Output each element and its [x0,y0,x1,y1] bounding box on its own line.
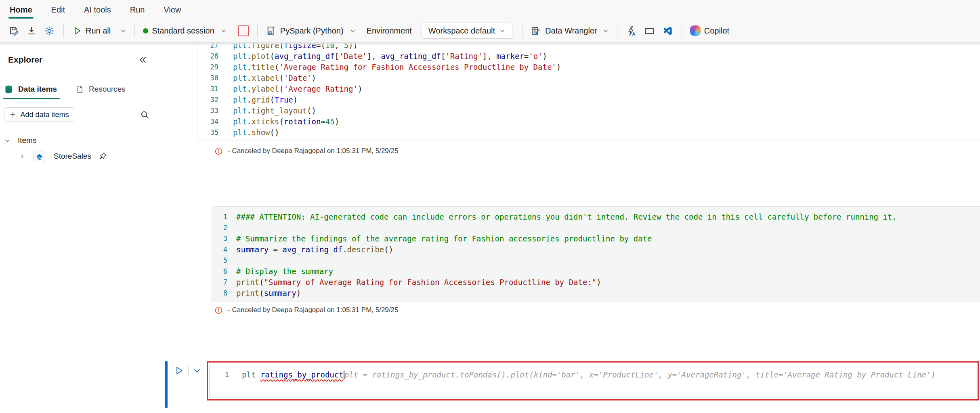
lightning-a-icon: A [626,25,637,36]
warning-icon [214,147,223,155]
search-icon [140,110,150,120]
chevron-right-icon [19,153,25,159]
toolbar: Run all Standard session PySpark (Python… [0,19,980,42]
code-editor[interactable]: 1#### ATTENTION: AI-generated code can i… [211,212,980,299]
code-editor[interactable]: 1plt ratings_by_productplt = ratings_by_… [209,364,976,398]
open-in-vscode-button[interactable] [659,22,677,40]
document-icon [76,85,84,94]
cell-status-canceled: - Canceled by Deepa Rajagopal on 1:05:31… [214,145,398,157]
save-icon [8,25,19,36]
menu-home[interactable]: Home [10,0,32,19]
divider [188,365,189,376]
warning-icon [214,306,223,314]
focus-mode-button[interactable] [640,22,659,40]
stop-session-button[interactable] [234,22,252,40]
frame-icon [644,25,655,36]
divider [682,24,682,38]
stop-icon [238,25,249,36]
double-chevron-left-icon [137,55,148,65]
save-button[interactable] [5,22,23,40]
explorer-sidebar: Explorer Data items Resources Add data i… [0,42,161,413]
active-tab-underline [3,98,60,99]
chevron-down-icon [4,137,10,144]
chevron-down-icon [499,27,506,34]
tab-resources[interactable]: Resources [76,81,126,97]
language-selector[interactable]: PySpark (Python) [262,22,359,40]
cell-run-controls [174,365,201,376]
environment-label: Environment [367,26,412,36]
tree-item-storesales[interactable]: StoreSales [19,150,107,163]
search-button[interactable] [140,110,150,120]
add-data-items-button[interactable]: Add data items [4,107,74,122]
divider [257,24,258,38]
lakehouse-icon [34,151,45,162]
menu-bar: Home Edit AI tools Run View [0,0,980,19]
svg-text:A: A [632,31,635,36]
run-all-button[interactable]: Run all [69,22,130,40]
settings-button[interactable] [40,22,59,40]
code-cell-summary[interactable]: 1#### ATTENTION: AI-generated code can i… [211,206,980,302]
menu-run[interactable]: Run [130,0,145,19]
tab-data-items[interactable]: Data items [4,81,57,97]
copilot-button[interactable]: Copilot [687,22,732,40]
copilot-icon [690,25,701,36]
plus-icon [9,111,17,118]
chevron-down-icon [350,27,356,34]
menu-view[interactable]: View [164,0,181,19]
cell-status-canceled: - Canceled by Deepa Rajagopal on 1:05:31… [214,304,398,316]
data-wrangler-button[interactable]: Data Wrangler [527,22,612,40]
play-icon [72,26,82,36]
tree-root-items[interactable]: Items [4,134,36,147]
collapse-sidebar-button[interactable] [137,55,149,66]
chevron-down-icon [602,27,609,34]
notebook-canvas: 27plt.figure(figsize=(10, 5))28plt.plot(… [162,42,980,413]
divider [617,24,617,38]
workspace-default-dropdown[interactable]: Workspace default [422,23,512,39]
code-editor[interactable]: 27plt.figure(figsize=(10, 5))28plt.plot(… [197,42,980,138]
gear-icon [44,25,55,36]
active-cell-indicator [165,361,168,408]
run-cell-button[interactable] [174,365,184,376]
notebook-kernel-icon [266,25,277,36]
divider [522,24,523,38]
code-cell-active-error[interactable]: 1plt ratings_by_productplt = ratings_by_… [207,361,979,400]
explorer-title: Explorer [8,55,42,65]
session-connected-icon [143,28,148,34]
divider [63,24,64,38]
menu-edit[interactable]: Edit [51,0,65,19]
vscode-icon [662,25,673,36]
ribbon: Home Edit AI tools Run View Run all Stan… [0,0,980,42]
code-cell-plot[interactable]: 27plt.figure(figsize=(10, 5))28plt.plot(… [197,42,980,141]
run-with-ai-button[interactable]: A [622,22,640,40]
cell-more-run-options-button[interactable] [193,366,201,375]
download-icon [26,25,37,36]
session-status-button[interactable]: Standard session [140,22,230,40]
export-button[interactable] [23,22,40,40]
chevron-down-icon [120,27,126,34]
chevron-down-icon [220,27,227,34]
pin-icon[interactable] [98,151,107,161]
menu-ai-tools[interactable]: AI tools [84,0,111,19]
database-icon [4,85,13,94]
data-wrangler-icon [531,25,541,36]
divider [134,24,135,38]
